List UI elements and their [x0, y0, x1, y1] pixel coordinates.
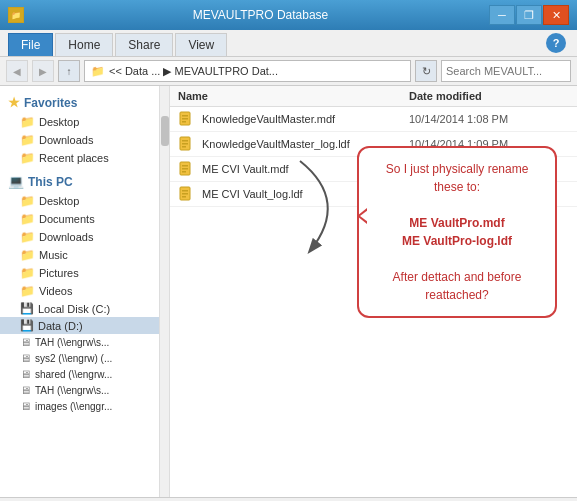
svg-rect-11: [182, 171, 186, 173]
folder-icon: 📁: [20, 133, 35, 147]
status-bar: [0, 497, 577, 501]
sidebar-item-videos[interactable]: 📁 Videos: [0, 282, 159, 300]
drive-icon: 💾: [20, 319, 34, 332]
sidebar: ★ Favorites 📁 Desktop 📁 Downloads 📁 Rece…: [0, 86, 160, 497]
folder-icon: 📁: [20, 230, 35, 244]
svg-rect-2: [182, 118, 188, 120]
help-button[interactable]: ?: [546, 33, 566, 53]
svg-rect-6: [182, 143, 188, 145]
forward-button[interactable]: ▶: [32, 60, 54, 82]
mdf-icon: [178, 111, 198, 127]
scrollbar-thumb[interactable]: [161, 116, 169, 146]
sidebar-item-tah2[interactable]: 🖥 TAH (\\engrw\s...: [0, 382, 159, 398]
sidebar-item-label: Documents: [39, 213, 95, 225]
network-icon: 🖥: [20, 368, 31, 380]
sidebar-item-sys2[interactable]: 🖥 sys2 (\\engrw) (...: [0, 350, 159, 366]
sidebar-item-desktop-fav[interactable]: 📁 Desktop: [0, 113, 159, 131]
sidebar-item-data-drive[interactable]: 💾 Data (D:): [0, 317, 159, 334]
file-name: KnowledgeVaultMaster.mdf: [178, 111, 409, 127]
svg-rect-5: [182, 140, 188, 142]
sidebar-item-desktop[interactable]: 📁 Desktop: [0, 192, 159, 210]
restore-button[interactable]: ❐: [516, 5, 542, 25]
search-input[interactable]: [446, 65, 577, 77]
pc-icon: 💻: [8, 174, 24, 189]
close-button[interactable]: ✕: [543, 5, 569, 25]
up-button[interactable]: ↑: [58, 60, 80, 82]
folder-icon: 📁: [20, 212, 35, 226]
tab-share[interactable]: Share: [115, 33, 173, 56]
callout-bubble: So I just physically rename these to: ME…: [357, 146, 557, 318]
favorites-label: Favorites: [24, 96, 77, 110]
favorites-header[interactable]: ★ Favorites: [0, 92, 159, 113]
title-bar: 📁 MEVAULTPRO Database ─ ❐ ✕: [0, 0, 577, 30]
callout-text: So I just physically rename these to: ME…: [371, 160, 543, 304]
sidebar-item-label: sys2 (\\engrw) (...: [35, 353, 112, 364]
address-bar: ◀ ▶ ↑ 📁 << Data ... ▶ MEVAULTPRO Dat... …: [0, 57, 577, 86]
sidebar-item-label: Music: [39, 249, 68, 261]
ribbon-tabs: File Home Share View ?: [0, 30, 577, 56]
network-icon: 🖥: [20, 400, 31, 412]
address-field[interactable]: 📁 << Data ... ▶ MEVAULTPRO Dat...: [84, 60, 411, 82]
svg-rect-15: [182, 196, 186, 198]
svg-rect-3: [182, 121, 186, 123]
title-bar-icons: 📁: [8, 7, 24, 23]
thispc-section: 💻 This PC 📁 Desktop 📁 Documents 📁 Downlo…: [0, 171, 159, 414]
mdf-icon: [178, 161, 198, 177]
folder-icon: 📁: [20, 284, 35, 298]
folder-icon: 📁: [20, 248, 35, 262]
file-list: Name Date modified KnowledgeVaultMaster.…: [160, 86, 577, 497]
sidebar-item-label: Videos: [39, 285, 72, 297]
svg-rect-9: [182, 165, 188, 167]
refresh-button[interactable]: ↻: [415, 60, 437, 82]
col-date-header[interactable]: Date modified: [409, 90, 569, 102]
col-name-header[interactable]: Name: [178, 90, 409, 102]
title-bar-title: MEVAULTPRO Database: [32, 8, 489, 22]
favorites-section: ★ Favorites 📁 Desktop 📁 Downloads 📁 Rece…: [0, 92, 159, 167]
sidebar-item-shared[interactable]: 🖥 shared (\\engrw...: [0, 366, 159, 382]
scrollbar-track[interactable]: [160, 86, 170, 497]
sidebar-item-downloads-fav[interactable]: 📁 Downloads: [0, 131, 159, 149]
sidebar-item-pictures[interactable]: 📁 Pictures: [0, 264, 159, 282]
sidebar-item-label: Downloads: [39, 231, 93, 243]
folder-icon: 📁: [91, 65, 105, 78]
svg-rect-1: [182, 115, 188, 117]
thispc-label: This PC: [28, 175, 73, 189]
sidebar-item-label: Pictures: [39, 267, 79, 279]
tab-view[interactable]: View: [175, 33, 227, 56]
sidebar-item-label: images (\\enggr...: [35, 401, 112, 412]
sidebar-item-label: Recent places: [39, 152, 109, 164]
file-row[interactable]: KnowledgeVaultMaster.mdf 10/14/2014 1:08…: [170, 107, 577, 132]
back-button[interactable]: ◀: [6, 60, 28, 82]
sidebar-item-recent[interactable]: 📁 Recent places: [0, 149, 159, 167]
sidebar-item-label: Desktop: [39, 116, 79, 128]
network-icon: 🖥: [20, 336, 31, 348]
file-list-header: Name Date modified: [170, 86, 577, 107]
sidebar-item-downloads[interactable]: 📁 Downloads: [0, 228, 159, 246]
sidebar-item-label: Desktop: [39, 195, 79, 207]
ldf-icon: [178, 136, 198, 152]
sidebar-item-label: TAH (\\engrw\s...: [35, 385, 109, 396]
sidebar-item-images[interactable]: 🖥 images (\\enggr...: [0, 398, 159, 414]
sidebar-item-local-disk[interactable]: 💾 Local Disk (C:): [0, 300, 159, 317]
folder-icon: 📁: [20, 194, 35, 208]
sidebar-item-music[interactable]: 📁 Music: [0, 246, 159, 264]
sidebar-item-label: Downloads: [39, 134, 93, 146]
svg-rect-13: [182, 190, 188, 192]
app-icon-1: 📁: [8, 7, 24, 23]
sidebar-item-tah1[interactable]: 🖥 TAH (\\engrw\s...: [0, 334, 159, 350]
drive-icon: 💾: [20, 302, 34, 315]
star-icon: ★: [8, 95, 20, 110]
svg-rect-7: [182, 146, 186, 148]
thispc-header[interactable]: 💻 This PC: [0, 171, 159, 192]
search-box[interactable]: 🔍: [441, 60, 571, 82]
tab-file[interactable]: File: [8, 33, 53, 56]
svg-rect-10: [182, 168, 188, 170]
minimize-button[interactable]: ─: [489, 5, 515, 25]
sidebar-item-documents[interactable]: 📁 Documents: [0, 210, 159, 228]
tab-home[interactable]: Home: [55, 33, 113, 56]
svg-rect-14: [182, 193, 188, 195]
sidebar-item-label: Data (D:): [38, 320, 83, 332]
folder-icon: 📁: [20, 151, 35, 165]
ldf-icon: [178, 186, 198, 202]
main-content: ★ Favorites 📁 Desktop 📁 Downloads 📁 Rece…: [0, 86, 577, 497]
